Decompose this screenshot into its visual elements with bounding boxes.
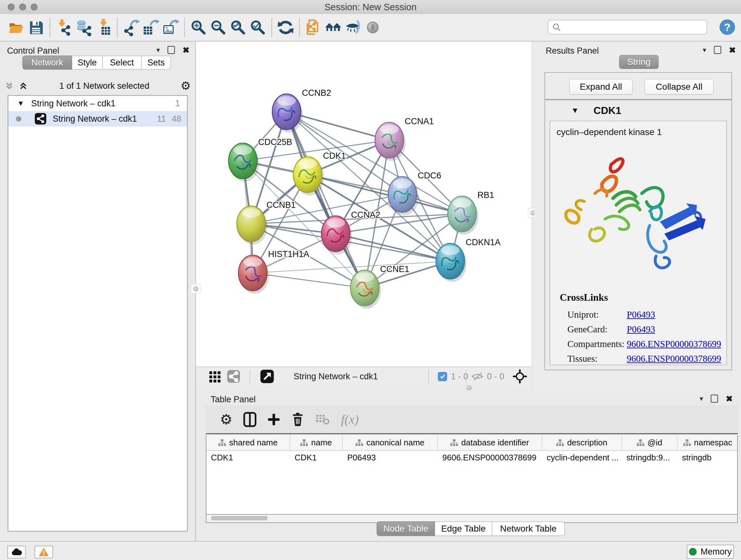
gene-section-header[interactable]: ▼ CDK1 [545,100,731,121]
column-header-shared-name[interactable]: shared name [206,435,290,450]
memory-button[interactable]: Memory [687,545,734,559]
table-cell[interactable]: CDK1 [206,451,290,464]
zoom-in-button[interactable] [189,17,208,38]
show-columns-icon[interactable] [243,412,257,427]
network-view-title: String Network – cdk1 [293,367,378,386]
tab-node-table[interactable]: Node Table [377,521,435,536]
collapse-all-button[interactable]: Collapse All [645,79,714,95]
horizontal-splitter[interactable] [196,386,531,391]
tab-string[interactable]: String [619,55,659,69]
fit-content-button[interactable] [513,367,527,386]
node-label-CDKN1A: CDKN1A [466,238,501,247]
panel-menu-icon[interactable]: ▾ [156,47,160,53]
crosslink-value[interactable]: P06493 [627,324,655,334]
node-CDC6[interactable]: CDC6 [388,171,441,215]
node-label-CDC25B: CDC25B [258,137,292,147]
collapse-triangle-icon[interactable]: ▼ [571,106,579,115]
panel-float-icon[interactable] [714,46,721,54]
node-CDKN1A[interactable]: CDKN1A [436,238,501,282]
help-button[interactable]: ? [719,18,736,36]
panel-menu-icon[interactable]: ▾ [699,395,703,402]
node-CCNE1[interactable]: CCNE1 [350,264,409,309]
export-table-button[interactable] [141,17,161,38]
memory-status-dot-icon [689,548,697,556]
edge-CCNB2-CCNE1[interactable] [286,112,365,288]
panel-close-icon[interactable]: ✖ [726,395,733,402]
node-CCNA1[interactable]: CCNA1 [375,117,434,161]
panel-close-icon[interactable]: ✖ [729,47,736,54]
column-header-name[interactable]: name [290,435,343,450]
save-session-button[interactable] [26,17,46,38]
column-header--id[interactable]: @id [622,435,677,450]
column-header-namespac[interactable]: namespac [677,435,738,450]
window-title: Session: New Session [0,0,741,14]
collapse-all-networks-icon[interactable] [18,81,28,91]
zoom-fit-button[interactable] [228,17,248,38]
tab-edge-table[interactable]: Edge Table [435,521,492,536]
refresh-button[interactable] [276,17,295,38]
export-network-button[interactable] [121,17,141,38]
panel-float-icon[interactable] [167,46,175,54]
splitter-grip[interactable] [465,384,473,391]
table-cell[interactable]: cyclin-dependent ... [542,451,622,464]
splitter-grip[interactable] [191,284,200,294]
show-graphics-details-button[interactable] [363,17,383,38]
tab-style[interactable]: Style [72,56,103,70]
expand-all-button[interactable]: Expand All [569,79,632,95]
column-header-canonical-name[interactable]: canonical name [343,435,438,450]
import-table-button[interactable] [93,17,113,38]
birds-eye-view-button[interactable] [260,367,274,386]
cloud-status-button[interactable] [7,546,26,558]
zoom-selected-button[interactable] [248,17,268,38]
grid-view-button[interactable] [209,367,221,386]
annotation-button[interactable] [304,17,323,38]
table-cell[interactable]: 9606.ENSP00000378699 [438,451,542,464]
hide-panels-button[interactable] [343,17,363,38]
import-network-from-database-button[interactable] [74,17,93,38]
table-row[interactable]: CDK1CDK1P064939606.ENSP00000378699cyclin… [206,451,737,464]
zoom-in-icon [190,19,207,36]
hidden-nodes-indicator[interactable]: 0 - 0 [471,367,504,386]
search-field[interactable] [548,20,707,35]
table-cell[interactable]: stringdb:9... [622,451,677,464]
node-label-CDC6: CDC6 [418,171,441,180]
search-input[interactable] [561,22,706,32]
network-options-gear-icon[interactable]: ⚙ [181,80,191,91]
panel-float-icon[interactable] [711,395,718,402]
add-column-icon[interactable] [267,413,280,426]
tab-sets[interactable]: Sets [142,56,171,70]
node-RB1[interactable]: RB1 [448,190,494,235]
scrollbar-thumb[interactable] [211,516,268,520]
warnings-button[interactable] [35,546,53,558]
tab-network-table[interactable]: Network Table [492,521,565,536]
export-image-button[interactable] [161,17,181,38]
edge-CCNE1-HIST1H1A[interactable] [253,273,365,288]
home-button[interactable] [323,17,343,38]
network-canvas[interactable]: CCNB2CCNA1CDC25BCDK1CDC6RB1CCNB1CCNA2CDK… [196,42,531,367]
table-cell[interactable]: stringdb [677,451,738,464]
tab-network[interactable]: Network [22,56,72,70]
zoom-out-button[interactable] [208,17,228,38]
column-header-description[interactable]: description [542,435,622,450]
control-panel-title: Control Panel [7,46,59,56]
network-view-mode-button[interactable] [227,367,240,386]
table-settings-gear-icon[interactable]: ⚙ [220,413,232,427]
network-row-selected[interactable]: String Network – cdk1 11 48 [8,111,187,126]
column-header-database-identifier[interactable]: database identifier [438,435,542,450]
network-collection-row[interactable]: ▼ String Network – cdk1 1 [8,96,187,111]
open-session-button[interactable] [6,17,26,38]
crosslink-value[interactable]: 9606.ENSP00000378699 [627,339,721,349]
panel-close-icon[interactable]: ✖ [183,47,190,54]
delete-column-icon[interactable] [291,412,305,427]
crosslink-value[interactable]: 9606.ENSP00000378699 [627,354,721,364]
crosslink-value[interactable]: P06493 [627,309,655,320]
table-cell[interactable]: CDK1 [290,451,343,464]
table-cell[interactable]: P06493 [343,451,438,464]
collapse-triangle-icon[interactable]: ▼ [17,99,24,108]
expand-all-networks-icon[interactable] [4,81,14,91]
tab-select[interactable]: Select [103,56,142,70]
import-network-button[interactable] [54,17,74,38]
panel-menu-icon[interactable]: ▾ [703,47,706,53]
selected-nodes-indicator[interactable]: 1 - 0 [438,367,468,386]
gene-description: cyclin–dependent kinase 1 [556,127,662,137]
